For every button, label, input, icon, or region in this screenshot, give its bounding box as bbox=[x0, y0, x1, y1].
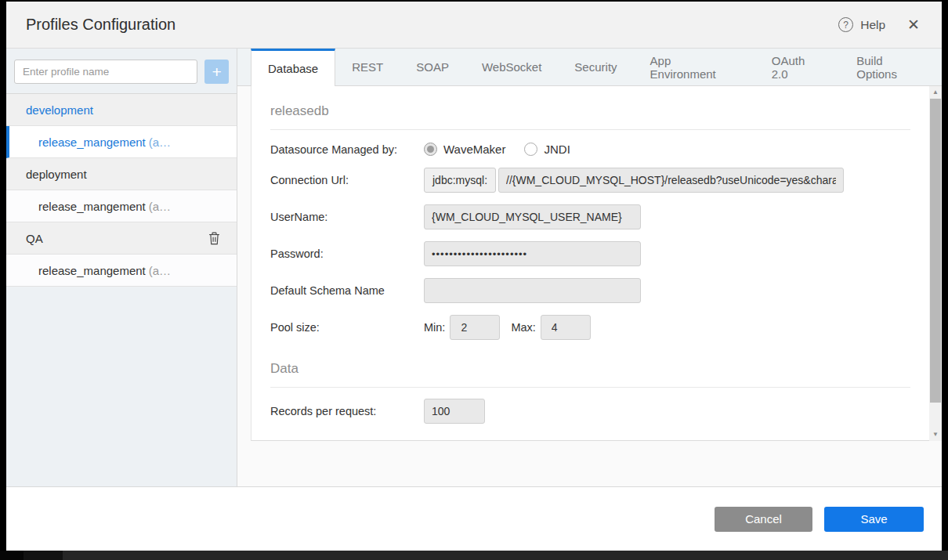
help-label: Help bbox=[860, 18, 885, 32]
records-per-request-input[interactable] bbox=[424, 399, 485, 424]
password-label: Password: bbox=[270, 247, 424, 260]
datasource-row: Datasource Managed by: WaveMaker JNDI bbox=[270, 143, 910, 156]
desktop-taskbar bbox=[0, 551, 948, 560]
cancel-button[interactable]: Cancel bbox=[715, 507, 812, 532]
profiles-sidebar: + development release_mangement (a… depl… bbox=[6, 49, 237, 486]
profile-label: QA bbox=[26, 232, 43, 245]
profile-search-row: + bbox=[6, 49, 237, 93]
pool-max-label: Max: bbox=[511, 321, 535, 334]
pool-min-label: Min: bbox=[424, 321, 445, 334]
schema-input[interactable] bbox=[424, 278, 641, 303]
profiles-configuration-dialog: Profiles Configuration ? Help ✕ + develo… bbox=[6, 2, 942, 551]
radio-wavemaker-icon bbox=[424, 143, 437, 156]
tab-database[interactable]: Database bbox=[251, 49, 335, 86]
tab-oauth[interactable]: OAuth 2.0 bbox=[755, 49, 840, 85]
schema-label: Default Schema Name bbox=[270, 284, 424, 297]
username-input[interactable] bbox=[424, 204, 641, 229]
tab-security[interactable]: Security bbox=[558, 49, 633, 85]
jdbc-prefix-addon: jdbc:mysql: bbox=[424, 168, 496, 193]
radio-jndi-icon bbox=[524, 143, 537, 156]
tab-app-environment[interactable]: App Environment bbox=[634, 49, 755, 85]
dialog-body: + development release_mangement (a… depl… bbox=[6, 49, 942, 486]
password-row: Password: bbox=[270, 241, 910, 266]
tab-build-options[interactable]: Build Options bbox=[840, 49, 942, 85]
pool-min-input[interactable] bbox=[450, 315, 500, 340]
service-label: release_mangement bbox=[38, 200, 146, 213]
main-pane: Database REST SOAP WebSocket Security Ap… bbox=[237, 49, 942, 486]
username-row: UserName: bbox=[270, 204, 910, 229]
database-section-title: releasedb bbox=[270, 86, 910, 130]
help-icon: ? bbox=[838, 17, 853, 32]
data-section-title: Data bbox=[270, 352, 910, 388]
config-tabs: Database REST SOAP WebSocket Security Ap… bbox=[237, 49, 942, 86]
tab-soap[interactable]: SOAP bbox=[400, 49, 465, 85]
password-input[interactable] bbox=[424, 241, 641, 266]
records-row: Records per request: bbox=[270, 399, 910, 424]
taskbar-segment bbox=[0, 551, 24, 560]
service-label: release_mangement bbox=[38, 264, 146, 277]
radio-jndi-label: JNDI bbox=[544, 143, 570, 156]
connection-url-label: Connection Url: bbox=[270, 174, 424, 186]
records-label: Records per request: bbox=[270, 405, 424, 417]
dialog-footer: Cancel Save bbox=[6, 486, 942, 551]
trash-icon bbox=[208, 231, 221, 246]
connection-url-row: Connection Url: jdbc:mysql: bbox=[270, 168, 910, 193]
taskbar-segment bbox=[24, 551, 63, 560]
scroll-up-icon[interactable]: ▲ bbox=[929, 89, 942, 96]
tab-rest[interactable]: REST bbox=[335, 49, 400, 85]
delete-profile-button[interactable] bbox=[208, 231, 237, 246]
service-label-suffix: (a… bbox=[149, 200, 171, 213]
profile-name-input[interactable] bbox=[14, 60, 197, 84]
close-icon[interactable]: ✕ bbox=[907, 17, 920, 32]
sidebar-item-deployment[interactable]: deployment bbox=[6, 158, 237, 190]
database-config-panel: releasedb Datasource Managed by: WaveMak… bbox=[251, 86, 929, 441]
pool-size-row: Pool size: Min: Max: bbox=[270, 315, 910, 340]
scrollbar-thumb[interactable] bbox=[930, 99, 941, 403]
dialog-header: Profiles Configuration ? Help ✕ bbox=[6, 2, 942, 49]
add-profile-button[interactable]: + bbox=[204, 60, 229, 84]
connection-url-input[interactable] bbox=[498, 168, 844, 193]
tab-content-area: releasedb Datasource Managed by: WaveMak… bbox=[237, 86, 942, 486]
scroll-down-icon[interactable]: ▼ bbox=[929, 431, 942, 438]
pool-size-label: Pool size: bbox=[270, 321, 424, 334]
service-label-suffix: (a… bbox=[149, 135, 171, 149]
radio-wavemaker[interactable]: WaveMaker bbox=[424, 143, 505, 156]
save-button[interactable]: Save bbox=[824, 507, 924, 532]
dialog-title: Profiles Configuration bbox=[26, 16, 838, 34]
profile-label: development bbox=[26, 103, 93, 117]
tab-websocket[interactable]: WebSocket bbox=[465, 49, 558, 85]
pool-max-input[interactable] bbox=[541, 315, 591, 340]
sidebar-item-release-mangement-development[interactable]: release_mangement (a… bbox=[6, 126, 237, 158]
radio-wavemaker-label: WaveMaker bbox=[443, 143, 505, 156]
schema-row: Default Schema Name bbox=[270, 278, 910, 303]
radio-jndi[interactable]: JNDI bbox=[524, 143, 570, 156]
sidebar-item-release-mangement-deployment[interactable]: release_mangement (a… bbox=[6, 190, 237, 222]
username-label: UserName: bbox=[270, 211, 424, 223]
datasource-label: Datasource Managed by: bbox=[270, 143, 424, 156]
profile-label: deployment bbox=[26, 168, 87, 181]
sidebar-item-release-mangement-qa[interactable]: release_mangement (a… bbox=[6, 255, 237, 287]
sidebar-item-development[interactable]: development bbox=[6, 94, 237, 126]
sidebar-item-qa[interactable]: QA bbox=[6, 222, 237, 255]
service-label-suffix: (a… bbox=[149, 264, 171, 277]
profile-list: development release_mangement (a… deploy… bbox=[6, 93, 237, 287]
help-button[interactable]: ? Help bbox=[838, 17, 885, 32]
service-label: release_mangement bbox=[38, 135, 146, 149]
content-scrollbar[interactable]: ▲ ▼ bbox=[929, 86, 942, 441]
